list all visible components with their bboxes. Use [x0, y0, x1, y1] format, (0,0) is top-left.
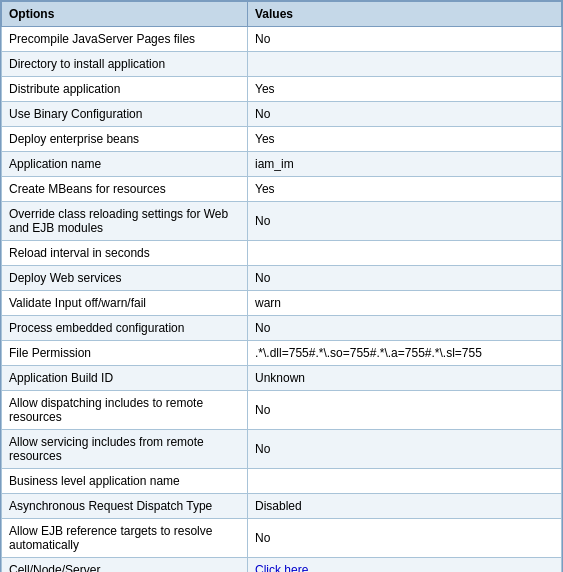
value-cell: Yes	[248, 77, 562, 102]
table-row: Process embedded configurationNo	[2, 316, 562, 341]
value-cell: No	[248, 202, 562, 241]
value-cell: Yes	[248, 127, 562, 152]
table-row: Cell/Node/ServerClick here	[2, 558, 562, 573]
value-cell: No	[248, 391, 562, 430]
option-cell: Distribute application	[2, 77, 248, 102]
value-cell: No	[248, 430, 562, 469]
option-cell: Application name	[2, 152, 248, 177]
value-cell: Yes	[248, 177, 562, 202]
table-row: Allow EJB reference targets to resolve a…	[2, 519, 562, 558]
table-row: Directory to install application	[2, 52, 562, 77]
option-cell: Use Binary Configuration	[2, 102, 248, 127]
table-row: Asynchronous Request Dispatch TypeDisabl…	[2, 494, 562, 519]
option-cell: Cell/Node/Server	[2, 558, 248, 573]
option-cell: Create MBeans for resources	[2, 177, 248, 202]
option-cell: Allow servicing includes from remote res…	[2, 430, 248, 469]
value-cell: No	[248, 519, 562, 558]
option-cell: Validate Input off/warn/fail	[2, 291, 248, 316]
table-row: File Permission.*\.dll=755#.*\.so=755#.*…	[2, 341, 562, 366]
value-cell: No	[248, 266, 562, 291]
table-row: Override class reloading settings for We…	[2, 202, 562, 241]
value-cell[interactable]: Click here	[248, 558, 562, 573]
table-row: Application nameiam_im	[2, 152, 562, 177]
table-row: Precompile JavaServer Pages filesNo	[2, 27, 562, 52]
value-cell: Unknown	[248, 366, 562, 391]
table-row: Use Binary ConfigurationNo	[2, 102, 562, 127]
option-cell: Process embedded configuration	[2, 316, 248, 341]
header-values: Values	[248, 2, 562, 27]
table-row: Allow dispatching includes to remote res…	[2, 391, 562, 430]
option-cell: Directory to install application	[2, 52, 248, 77]
value-cell	[248, 241, 562, 266]
option-cell: Override class reloading settings for We…	[2, 202, 248, 241]
option-cell: Business level application name	[2, 469, 248, 494]
value-cell: Disabled	[248, 494, 562, 519]
value-cell: warn	[248, 291, 562, 316]
table-row: Business level application name	[2, 469, 562, 494]
option-cell: Allow dispatching includes to remote res…	[2, 391, 248, 430]
value-cell	[248, 52, 562, 77]
table-row: Deploy enterprise beansYes	[2, 127, 562, 152]
table-row: Create MBeans for resourcesYes	[2, 177, 562, 202]
table-row: Deploy Web servicesNo	[2, 266, 562, 291]
value-cell: .*\.dll=755#.*\.so=755#.*\.a=755#.*\.sl=…	[248, 341, 562, 366]
option-cell: Asynchronous Request Dispatch Type	[2, 494, 248, 519]
option-cell: File Permission	[2, 341, 248, 366]
value-cell	[248, 469, 562, 494]
table-row: Validate Input off/warn/failwarn	[2, 291, 562, 316]
option-cell: Application Build ID	[2, 366, 248, 391]
table-row: Allow servicing includes from remote res…	[2, 430, 562, 469]
option-cell: Deploy enterprise beans	[2, 127, 248, 152]
table-row: Application Build IDUnknown	[2, 366, 562, 391]
option-cell: Precompile JavaServer Pages files	[2, 27, 248, 52]
table-row: Distribute applicationYes	[2, 77, 562, 102]
value-cell: iam_im	[248, 152, 562, 177]
option-cell: Deploy Web services	[2, 266, 248, 291]
value-cell: No	[248, 316, 562, 341]
cell-node-server-link[interactable]: Click here	[255, 563, 308, 572]
header-options: Options	[2, 2, 248, 27]
option-cell: Allow EJB reference targets to resolve a…	[2, 519, 248, 558]
options-table: Options Values Precompile JavaServer Pag…	[0, 0, 563, 572]
value-cell: No	[248, 27, 562, 52]
table-row: Reload interval in seconds	[2, 241, 562, 266]
option-cell: Reload interval in seconds	[2, 241, 248, 266]
value-cell: No	[248, 102, 562, 127]
